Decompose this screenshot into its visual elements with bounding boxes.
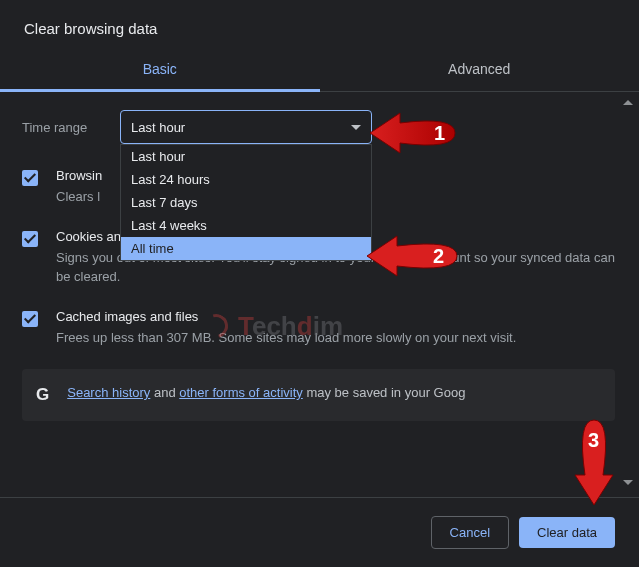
tab-advanced[interactable]: Advanced	[320, 47, 640, 91]
clear-data-button[interactable]: Clear data	[519, 517, 615, 548]
checkbox-browsing-history[interactable]	[22, 170, 38, 186]
time-range-select[interactable]: Last hour	[120, 110, 372, 144]
scroll-down-icon[interactable]	[623, 480, 633, 485]
time-range-selected: Last hour	[131, 120, 185, 135]
item-desc-cache: Frees up less than 307 MB. Some sites ma…	[56, 328, 516, 348]
time-range-label: Time range	[22, 120, 102, 135]
dialog-body: Time range Last hour Last hour Last 24 h…	[0, 92, 639, 462]
chevron-down-icon	[351, 125, 361, 130]
option-last-7-days[interactable]: Last 7 days	[121, 191, 371, 214]
item-head-history: Browsin	[56, 168, 102, 183]
checkbox-cookies[interactable]	[22, 231, 38, 247]
option-last-hour[interactable]: Last hour	[121, 145, 371, 168]
tab-basic[interactable]: Basic	[0, 47, 320, 91]
tabs: Basic Advanced	[0, 47, 639, 92]
dialog-footer: Cancel Clear data	[0, 497, 639, 567]
time-range-dropdown[interactable]: Last hour Last 24 hours Last 7 days Last…	[120, 144, 372, 261]
cancel-button[interactable]: Cancel	[431, 516, 509, 549]
option-last-4-weeks[interactable]: Last 4 weeks	[121, 214, 371, 237]
item-cache: Cached images and files Frees up less th…	[22, 309, 615, 348]
link-other-activity[interactable]: other forms of activity	[179, 385, 303, 400]
notice-text: Search history and other forms of activi…	[67, 385, 465, 400]
link-search-history[interactable]: Search history	[67, 385, 150, 400]
option-last-24-hours[interactable]: Last 24 hours	[121, 168, 371, 191]
item-desc-history: Clears l	[56, 187, 102, 207]
checkbox-cache[interactable]	[22, 311, 38, 327]
item-head-cache: Cached images and files	[56, 309, 516, 324]
dialog-title: Clear browsing data	[0, 0, 639, 47]
google-activity-notice: G Search history and other forms of acti…	[22, 369, 615, 421]
option-all-time[interactable]: All time	[121, 237, 371, 260]
google-logo-icon: G	[36, 385, 49, 405]
time-range-row: Time range Last hour	[22, 110, 615, 144]
scroll-up-icon[interactable]	[623, 100, 633, 105]
